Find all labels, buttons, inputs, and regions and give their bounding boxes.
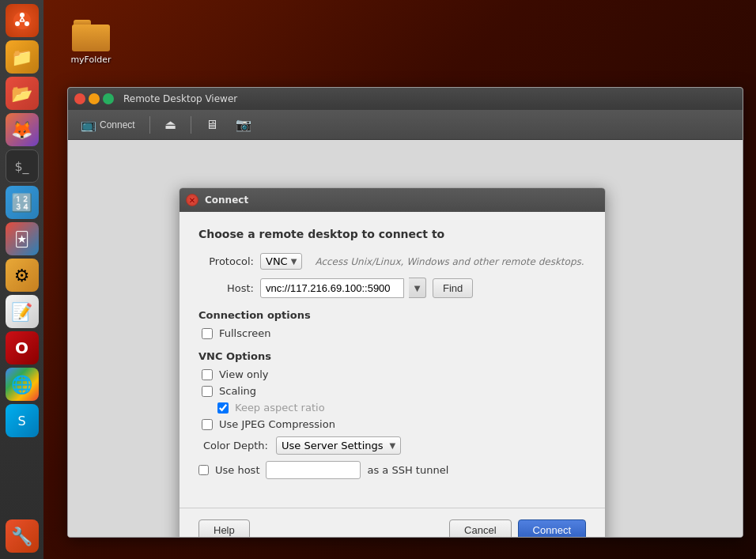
host-label: Host: <box>198 282 254 294</box>
toolbar-separator-1 <box>149 116 150 134</box>
taskbar-icon-calc[interactable]: 🔢 <box>6 186 39 219</box>
view-only-checkbox[interactable] <box>202 369 213 380</box>
taskbar-icon-cog[interactable]: ⚙️ <box>6 259 39 292</box>
svg-point-2 <box>15 21 20 26</box>
use-host-checkbox[interactable] <box>198 465 209 475</box>
window-toolbar: 📺 Connect ⏏ 🖥 📷 <box>68 110 743 140</box>
connection-options-title: Connection options <box>198 309 586 321</box>
host-input[interactable] <box>260 278 404 298</box>
protocol-value: VNC <box>266 255 288 267</box>
protocol-select[interactable]: VNC ▼ <box>260 253 302 270</box>
cancel-button[interactable]: Cancel <box>449 519 511 538</box>
svg-point-3 <box>25 21 29 26</box>
connect-toolbar-icon: 📺 <box>81 117 96 132</box>
svg-point-1 <box>20 13 25 17</box>
disconnect-toolbar-button[interactable]: ⏏ <box>158 114 183 135</box>
color-depth-value: Use Server Settings <box>282 440 384 451</box>
taskbar-icon-notes[interactable]: 📝 <box>6 295 39 328</box>
dialog-footer: Help Cancel Connect <box>180 508 605 538</box>
fullscreen-toolbar-icon: 🖥 <box>206 118 218 132</box>
host-dropdown-button[interactable]: ▼ <box>409 278 426 298</box>
footer-left: Help <box>198 519 250 538</box>
taskbar-icon-firefox[interactable]: 🦊 <box>6 113 39 146</box>
color-depth-row: Color Depth: Use Server Settings ▼ <box>198 436 586 455</box>
host-row: Host: ▼ Find <box>198 278 586 298</box>
find-button[interactable]: Find <box>433 278 473 298</box>
vnc-options-title: VNC Options <box>198 350 586 362</box>
connect-toolbar-button[interactable]: 📺 Connect <box>74 114 142 135</box>
toolbar-separator-2 <box>191 116 191 134</box>
desktop-folder-icon[interactable]: myFolder <box>63 20 119 65</box>
dialog-titlebar: ✕ Connect <box>180 188 605 212</box>
disconnect-toolbar-icon: ⏏ <box>164 117 176 132</box>
scaling-row: Scaling <box>198 385 586 397</box>
host-input-group: ▼ <box>260 278 426 298</box>
screenshot-toolbar-button[interactable]: 📷 <box>229 114 258 135</box>
color-depth-label: Color Depth: <box>198 440 268 451</box>
protocol-row: Protocol: VNC ▼ Access Unix/Linux, Windo… <box>198 253 586 270</box>
scaling-checkbox[interactable] <box>202 386 213 397</box>
dialog-title: Connect <box>205 195 248 206</box>
jpeg-compression-row: Use JPEG Compression <box>198 418 586 430</box>
fullscreen-row: Fullscreen <box>198 327 586 339</box>
scaling-label: Scaling <box>219 385 256 397</box>
window-minimize-button[interactable] <box>89 93 100 104</box>
taskbar-left: 📁 📂 🦊 $_ 🔢 🃏 ⚙️ 📝 O 🌐 S 🔧 <box>0 0 43 559</box>
jpeg-compression-label: Use JPEG Compression <box>219 418 335 430</box>
ssh-tunnel-row: Use host as a SSH tunnel <box>198 461 586 479</box>
window-maximize-button[interactable] <box>103 93 114 104</box>
screenshot-toolbar-icon: 📷 <box>236 117 251 132</box>
connect-toolbar-label: Connect <box>100 119 135 130</box>
folder-graphic <box>72 20 110 51</box>
protocol-label: Protocol: <box>198 255 254 267</box>
as-ssh-tunnel-label: as a SSH tunnel <box>367 464 448 476</box>
footer-right: Cancel Connect <box>449 519 586 538</box>
window-title: Remote Desktop Viewer <box>123 93 237 104</box>
taskbar-icon-files2[interactable]: 📂 <box>6 77 39 110</box>
view-only-row: View only <box>198 368 586 380</box>
fullscreen-checkbox[interactable] <box>202 328 213 339</box>
taskbar-icon-terminal[interactable]: $_ <box>6 149 39 183</box>
keep-aspect-ratio-row: Keep aspect ratio <box>198 402 586 414</box>
desktop: 📁 📂 🦊 $_ 🔢 🃏 ⚙️ 📝 O 🌐 S 🔧 myFolder Remot… <box>0 0 756 559</box>
main-window: Remote Desktop Viewer 📺 Connect ⏏ 🖥 📷 <box>67 87 743 538</box>
color-depth-dropdown-arrow-icon: ▼ <box>390 441 396 450</box>
protocol-dropdown-arrow-icon: ▼ <box>291 257 297 266</box>
fullscreen-label: Fullscreen <box>219 327 270 339</box>
color-depth-select[interactable]: Use Server Settings ▼ <box>276 436 401 455</box>
fullscreen-toolbar-button[interactable]: 🖥 <box>199 115 225 135</box>
help-button[interactable]: Help <box>198 519 250 538</box>
dialog-heading: Choose a remote desktop to connect to <box>198 228 586 240</box>
connect-button[interactable]: Connect <box>518 519 586 538</box>
folder-label: myFolder <box>70 55 111 65</box>
view-only-label: View only <box>219 368 268 380</box>
taskbar-icon-skype[interactable]: S <box>6 404 39 437</box>
connect-dialog: ✕ Connect Choose a remote desktop to con… <box>179 187 606 538</box>
taskbar-icon-chrome[interactable]: 🌐 <box>6 368 39 401</box>
protocol-description: Access Unix/Linux, Windows and other rem… <box>315 256 584 267</box>
taskbar-icon-flashcard[interactable]: 🃏 <box>6 222 39 255</box>
taskbar-icon-opera[interactable]: O <box>6 331 39 364</box>
keep-aspect-ratio-label: Keep aspect ratio <box>235 402 325 414</box>
window-content: ✕ Connect Choose a remote desktop to con… <box>68 140 743 537</box>
jpeg-compression-checkbox[interactable] <box>202 419 213 430</box>
titlebar-buttons <box>74 93 114 104</box>
window-close-button[interactable] <box>74 93 85 104</box>
dialog-body: Choose a remote desktop to connect to Pr… <box>180 212 605 500</box>
ssh-host-input[interactable] <box>266 461 361 479</box>
taskbar-icon-files[interactable]: 📁 <box>6 40 39 74</box>
keep-aspect-ratio-checkbox[interactable] <box>217 402 229 414</box>
use-host-label: Use host <box>215 464 259 476</box>
window-titlebar: Remote Desktop Viewer <box>68 88 743 110</box>
taskbar-icon-bottom[interactable]: 🔧 <box>6 519 39 553</box>
taskbar-icon-ubuntu[interactable] <box>6 4 39 37</box>
dialog-close-button[interactable]: ✕ <box>186 194 198 206</box>
